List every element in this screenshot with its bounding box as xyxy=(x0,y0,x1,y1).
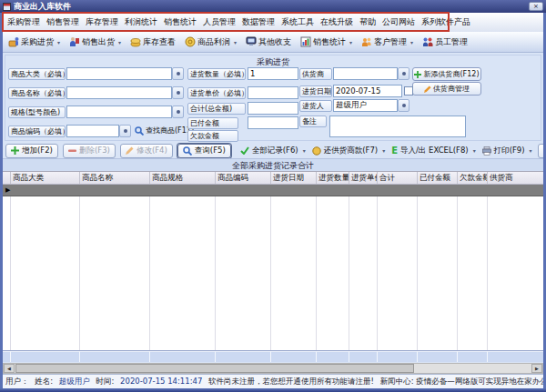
manage-supplier-button[interactable]: 供货商管理 xyxy=(412,82,481,95)
chevron-down-icon[interactable]: ▾ xyxy=(57,39,60,45)
chevron-down-icon[interactable]: ▾ xyxy=(234,39,237,45)
price-input[interactable] xyxy=(248,86,298,99)
pencil-icon xyxy=(126,146,134,155)
menu-item-inventory[interactable]: 库存管理 xyxy=(86,16,118,28)
toolbar-item-inventory-view[interactable]: 库存查看 xyxy=(130,36,176,48)
column-header[interactable]: 进货日期 xyxy=(271,172,317,184)
paid-input[interactable] xyxy=(248,116,298,129)
column-header[interactable]: 欠款金额 xyxy=(458,172,488,184)
excel-label: 导入/出 EXCEL(F8) xyxy=(400,146,469,156)
scroll-right-button[interactable]: ▶ xyxy=(531,364,542,373)
chevron-down-icon[interactable]: ▾ xyxy=(382,147,385,154)
column-header[interactable]: 已付金额 xyxy=(418,172,458,184)
sales-stats-icon xyxy=(300,36,311,47)
chevron-down-icon[interactable]: ▾ xyxy=(410,39,413,45)
toolbar-item-sales-out[interactable]: 销售出货 ▾ xyxy=(69,36,121,48)
query-button[interactable]: 查询(F5) xyxy=(177,144,231,158)
other-income-icon xyxy=(246,36,257,47)
menu-bar: 采购管理 销售管理 库存管理 利润统计 销售统计 人员管理 数据管理 系统工具 … xyxy=(3,13,543,32)
window-border-bottom xyxy=(0,388,546,392)
add-label: 增加(F2) xyxy=(22,146,53,156)
column-header[interactable]: 进货数量 xyxy=(317,172,349,184)
toolbar-item-customer-mgmt[interactable]: 客户管理 ▾ xyxy=(361,36,413,48)
remark-textarea[interactable] xyxy=(329,116,466,137)
owed-label: 欠款金额 xyxy=(187,130,238,142)
toolbar-label: 商品利润 xyxy=(197,36,230,48)
menu-item-help[interactable]: 帮助 xyxy=(359,16,376,28)
magnifier-icon xyxy=(183,146,192,156)
purchase-date-label: 进货日期 xyxy=(299,85,332,97)
menu-item-sales[interactable]: 销售管理 xyxy=(46,16,79,28)
chevron-down-icon[interactable]: ▾ xyxy=(473,147,476,154)
table-body xyxy=(3,185,543,350)
status-user-label: 用户： xyxy=(5,377,29,386)
printer-icon xyxy=(482,146,491,156)
operator-dropdown-button[interactable] xyxy=(398,99,410,112)
status-time-label: 时间: xyxy=(96,377,114,386)
scrollbar-thumb[interactable] xyxy=(15,364,414,373)
coin-icon xyxy=(312,146,321,156)
product-code-dropdown-button[interactable] xyxy=(119,125,131,137)
menu-item-online-upgrade[interactable]: 在线升级 xyxy=(320,16,353,28)
chevron-down-icon[interactable]: ▾ xyxy=(349,39,352,45)
chevron-down-icon[interactable]: ▾ xyxy=(530,147,532,154)
repay-supplier-button[interactable]: 还供货商款(F7) ▾ xyxy=(311,146,386,156)
menu-item-data[interactable]: 数据管理 xyxy=(242,16,275,28)
product-name-dropdown-button[interactable] xyxy=(172,86,184,99)
menu-item-personnel[interactable]: 人员管理 xyxy=(203,16,236,28)
purchase-date-input[interactable] xyxy=(333,85,402,97)
supplier-input[interactable] xyxy=(333,67,398,80)
add-button[interactable]: 增加(F2) xyxy=(5,144,58,158)
supplier-dropdown-button[interactable] xyxy=(398,67,410,80)
manage-supplier-label: 供货商管理 xyxy=(433,84,470,94)
column-header[interactable]: 商品名称 xyxy=(80,172,150,184)
operator-input[interactable] xyxy=(333,99,398,112)
product-code-input[interactable] xyxy=(66,125,119,137)
column-header[interactable]: 合计 xyxy=(378,172,418,184)
total-input[interactable] xyxy=(248,102,298,115)
qty-label: 进货数量（必填） xyxy=(187,68,246,80)
toolbar-item-other-income[interactable]: 其他收支 xyxy=(246,36,291,48)
spec-input[interactable] xyxy=(66,106,172,118)
product-name-input[interactable] xyxy=(66,86,172,99)
category-dropdown-button[interactable] xyxy=(172,67,184,80)
app-icon xyxy=(3,3,11,11)
date-checkbox[interactable] xyxy=(404,86,413,95)
menu-item-sales-stats[interactable]: 销售统计 xyxy=(164,16,197,28)
menu-item-system-tools[interactable]: 系统工具 xyxy=(281,16,314,28)
excel-button[interactable]: E 导入/出 EXCEL(F8) ▾ xyxy=(390,146,476,156)
menu-item-purchase[interactable]: 采购管理 xyxy=(7,16,40,28)
column-header[interactable]: 商品编码 xyxy=(216,172,271,184)
find-product-link[interactable]: 查找商品(F11) xyxy=(135,126,194,136)
print-button[interactable]: 打印(F9) ▾ xyxy=(481,146,533,156)
column-header[interactable]: 商品大类 xyxy=(11,172,80,184)
toolbar-item-sales-stats[interactable]: 销售统计 ▾ xyxy=(300,36,352,48)
menu-item-profit-stats[interactable]: 利润统计 xyxy=(125,16,157,28)
product-code-label: 商品编码（必填） xyxy=(8,126,66,137)
menu-item-product-series[interactable]: 系列软件产品 xyxy=(421,16,470,28)
all-records-button[interactable]: 全部记录(F6) ▾ xyxy=(239,146,307,156)
chevron-down-icon[interactable]: ▾ xyxy=(303,147,306,154)
minus-icon xyxy=(68,146,76,155)
delete-label: 删除(F3) xyxy=(79,146,110,156)
close-button[interactable]: × xyxy=(529,2,543,11)
column-header[interactable]: 供货商 xyxy=(488,172,543,184)
toolbar-item-product-profit[interactable]: 商品利润 ▾ xyxy=(185,36,237,48)
inventory-view-icon xyxy=(130,36,141,47)
selected-table-row[interactable]: ▶ xyxy=(3,185,543,196)
add-supplier-button[interactable]: 新添供货商(F12) xyxy=(412,67,481,81)
delete-button: 删除(F3) xyxy=(63,144,116,158)
window-border-left xyxy=(0,13,3,392)
category-input[interactable] xyxy=(66,67,172,80)
column-header[interactable]: 商品规格 xyxy=(150,172,216,184)
scroll-left-button[interactable]: ◀ xyxy=(4,364,15,373)
chevron-down-icon[interactable]: ▾ xyxy=(118,39,121,45)
toolbar-item-purchase-in[interactable]: 采购进货 ▾ xyxy=(8,36,60,48)
horizontal-scrollbar[interactable]: ◀ ▶ xyxy=(3,363,543,374)
menu-item-company-site[interactable]: 公司网站 xyxy=(382,16,415,28)
row-selector-header-cell xyxy=(3,172,11,184)
spec-dropdown-button[interactable] xyxy=(172,106,184,118)
qty-input[interactable] xyxy=(248,67,298,80)
toolbar-item-employee-mgmt[interactable]: 员工管理 xyxy=(422,36,468,48)
column-header[interactable]: 进货单价 xyxy=(349,172,378,184)
